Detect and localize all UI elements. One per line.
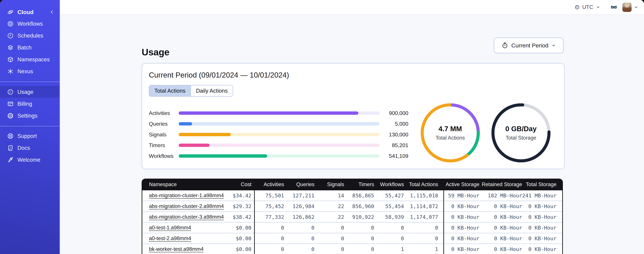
- sidebar-item-workflows[interactable]: Workflows: [0, 18, 60, 30]
- chart-bar-fill: [179, 133, 231, 136]
- namespace-link[interactable]: a0-test-1.a98mm4: [149, 225, 191, 230]
- workflows-icon: [7, 20, 14, 27]
- sidebar-header-cloud[interactable]: Cloud: [7, 7, 54, 17]
- cell-workflows: 58,939: [374, 212, 404, 222]
- cell-activities: 75,452: [254, 201, 284, 212]
- column-header-workflows: Workflows: [374, 178, 404, 190]
- sidebar-item-welcome[interactable]: Welcome: [0, 154, 60, 166]
- cell-retained-storage: 0 KB-Hour: [480, 222, 522, 233]
- usage-summary-card: Current Period (09/01/2024 — 10/01/2024)…: [142, 63, 565, 169]
- app-window: Cloud WorkflowsSchedulesBatchNamespacesN…: [0, 0, 644, 254]
- sidebar-item-support[interactable]: Support: [0, 130, 60, 142]
- topbar: UTC: [60, 0, 644, 15]
- period-selector-button[interactable]: Current Period: [494, 38, 564, 53]
- table-row: abs-migration-cluster-2.a98mm4$29.3275,4…: [142, 201, 563, 212]
- cell-signals: 22: [314, 201, 344, 212]
- cell-spacer: [252, 201, 254, 212]
- chart-track: [179, 154, 380, 158]
- cell-namespace: abs-migration-cluster-1.a98mm4: [142, 190, 220, 201]
- donut-center: 0 GB/DayTotal Storage: [492, 104, 550, 162]
- chart-bar-fill: [179, 144, 210, 147]
- chart-value: 130,000: [380, 132, 408, 138]
- cell-total-storage: 0 KB-Hour: [522, 233, 556, 244]
- sidebar-item-docs[interactable]: Docs: [0, 142, 60, 154]
- table-header-spacer: [438, 178, 444, 190]
- cell-total-storage: 0 KB-Hour: [522, 212, 556, 222]
- collapse-sidebar-icon[interactable]: [50, 10, 54, 14]
- cell-spacer: [438, 233, 444, 244]
- donut-label: Total Actions: [436, 135, 465, 141]
- chevron-down-icon: [552, 43, 556, 48]
- timezone-selector[interactable]: UTC: [574, 4, 600, 10]
- cell-total-storage: 241 MB-Hour: [522, 190, 556, 201]
- cell-queries: 0: [284, 244, 314, 254]
- cell-spacer: [556, 201, 563, 212]
- total-storage-donut: 0 GB/DayTotal Storage: [492, 104, 550, 162]
- chart-label: Activities: [149, 110, 179, 116]
- cell-spacer: [556, 244, 563, 254]
- user-avatar[interactable]: [622, 3, 632, 12]
- namespace-link[interactable]: a0-test-2.a98mm4: [149, 236, 191, 241]
- cell-signals: 0: [314, 244, 344, 254]
- cell-activities: 75,501: [254, 190, 284, 201]
- docs-icon: [7, 144, 14, 151]
- tab-total-actions[interactable]: Total Actions: [149, 86, 190, 96]
- sidebar-item-batch[interactable]: Batch: [0, 42, 60, 54]
- namespace-link[interactable]: abs-migration-cluster-2.a98mm4: [149, 203, 224, 209]
- cell-spacer: [252, 244, 254, 254]
- user-menu-chevron-down-icon[interactable]: [634, 5, 638, 10]
- sidebar-header-label: Cloud: [18, 9, 46, 16]
- sidebar-item-label: Batch: [18, 44, 32, 51]
- chart-label: Timers: [149, 142, 179, 148]
- cell-spacer: [556, 190, 563, 201]
- sidebar-item-usage[interactable]: Usage: [0, 86, 60, 98]
- cell-signals: 0: [314, 222, 344, 233]
- reader-mode-glasses-icon[interactable]: [611, 4, 617, 10]
- cell-queries: 127,211: [284, 190, 314, 201]
- chart-track: [179, 122, 380, 126]
- cell-spacer: [556, 222, 563, 233]
- sidebar-item-label: Namespaces: [18, 56, 50, 63]
- cell-total-storage: 0 KB-Hour: [522, 244, 556, 254]
- cell-activities: 0: [254, 222, 284, 233]
- sidebar-item-settings[interactable]: Settings: [0, 110, 60, 122]
- welcome-icon: [7, 156, 14, 163]
- cell-spacer: [556, 233, 563, 244]
- cell-cost: $0.00: [220, 222, 252, 233]
- sidebar-item-schedules[interactable]: Schedules: [0, 30, 60, 42]
- column-header-activities: Activities: [254, 178, 284, 190]
- sidebar-item-namespaces[interactable]: Namespaces: [0, 54, 60, 65]
- column-header-active-storage: Active Storage: [444, 178, 480, 190]
- chart-bar-fill: [179, 112, 358, 115]
- namespace-link[interactable]: abs-migration-cluster-1.a98mm4: [149, 192, 224, 198]
- cell-spacer: [438, 190, 444, 201]
- cell-signals: 22: [314, 212, 344, 222]
- cell-retained-storage: 182 MB-Hour: [480, 190, 522, 201]
- column-header-retained-storage: Retained Storage: [480, 178, 522, 190]
- namespace-link[interactable]: bk-worker-test.a98mm4: [149, 246, 204, 252]
- cell-cost: $0.00: [220, 233, 252, 244]
- tab-daily-actions[interactable]: Daily Actions: [190, 86, 233, 96]
- cell-spacer: [438, 244, 444, 254]
- sidebar-item-nexus[interactable]: Nexus: [0, 65, 60, 77]
- table-row: a0-test-2.a98mm4$0.000000000 KB-Hour0 KB…: [142, 233, 563, 244]
- cell-retained-storage: 0 KB-Hour: [480, 244, 522, 254]
- sidebar-item-billing[interactable]: Billing: [0, 98, 60, 110]
- cell-cost: $0.00: [220, 244, 252, 254]
- cell-workflows: 55,427: [374, 190, 404, 201]
- cell-workflows: 0: [374, 222, 404, 233]
- cell-total-actions: 1,114,872: [404, 201, 438, 212]
- page-title: Usage: [142, 46, 170, 58]
- cell-namespace: a0-test-2.a98mm4: [142, 233, 220, 244]
- chart-row-signals: Signals130,000: [149, 129, 408, 140]
- schedules-icon: [7, 32, 14, 39]
- card-title: Current Period (09/01/2024 — 10/01/2024): [149, 71, 289, 79]
- cell-signals: 14: [314, 190, 344, 201]
- sidebar-item-label: Settings: [18, 112, 38, 119]
- cell-retained-storage: 0 KB-Hour: [480, 201, 522, 212]
- donut-center: 4.7 MMTotal Actions: [421, 104, 480, 162]
- settings-icon: [7, 112, 14, 119]
- cell-total-actions: 1: [404, 244, 438, 254]
- namespace-link[interactable]: abs-migration-cluster-3.a98mm4: [149, 214, 224, 220]
- stopwatch-icon: [502, 42, 508, 49]
